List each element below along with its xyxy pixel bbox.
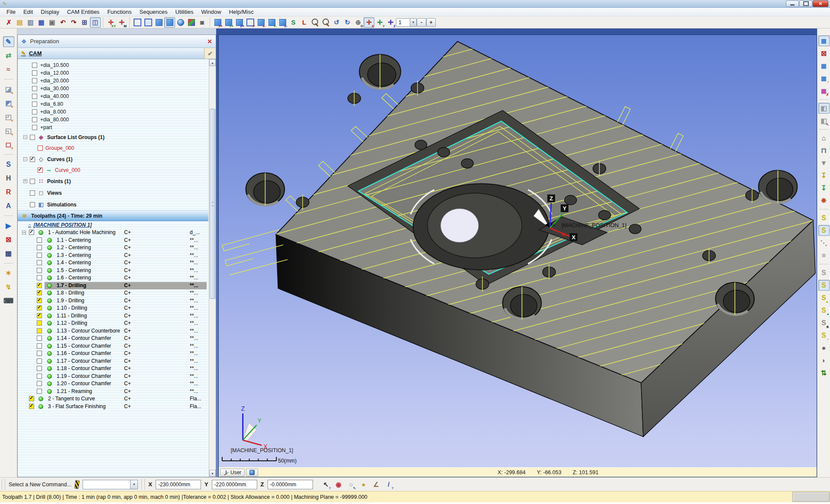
toolpath-row[interactable]: 1.12 - DrillingC+**... [18, 320, 208, 327]
rotate-axis-icon[interactable]: ↻ [342, 17, 353, 28]
checkbox[interactable] [37, 389, 42, 394]
toolpath-row[interactable]: 1.3 - CenteringC+**... [18, 252, 208, 260]
tree-group[interactable]: −◇Curves (1) [18, 153, 208, 165]
machine-display-icon[interactable]: ⌂ [818, 133, 830, 143]
menu-display[interactable]: Display [37, 8, 63, 16]
toolpath-row[interactable]: 1.21 - ReamingC+**... [18, 388, 208, 396]
tool-display-icon[interactable]: ↧ [818, 170, 830, 181]
tree-item[interactable]: +dia_20.000 [18, 77, 208, 85]
palette-icon[interactable]: ● [358, 479, 369, 490]
geometry-curve-icon[interactable]: ≈ [3, 64, 14, 75]
checkbox[interactable] [30, 190, 35, 196]
viewport-3d[interactable]: Z Y X [MACHINE_POSITION_1] [219, 35, 817, 467]
toolpath-row[interactable]: 2 - Tangent to CurveC+Fla... [18, 395, 208, 403]
expander-icon[interactable]: − [23, 135, 27, 139]
toolpath-play-icon[interactable]: ▶ [3, 220, 14, 231]
panel-titlebar[interactable]: ❖ Preparation ✕ [18, 35, 216, 48]
surface-list-icon[interactable]: S [3, 159, 14, 170]
machine-position-row[interactable]: ⌂ [MACHINE POSITION 1] [18, 221, 208, 229]
import-icon[interactable]: ▥ [25, 17, 36, 28]
checkbox[interactable] [37, 343, 42, 349]
toolpath-row[interactable]: 1.15 - Contour ChamferC+**... [18, 342, 208, 350]
checkbox[interactable] [37, 238, 42, 243]
checkbox[interactable] [32, 78, 37, 83]
checkbox[interactable] [37, 253, 42, 258]
material-removal-icon[interactable]: ● [818, 342, 830, 353]
toolpath-row[interactable]: 1.6 - CenteringC+**... [18, 274, 208, 282]
checkbox[interactable] [32, 94, 37, 99]
menu-window[interactable]: Window [197, 8, 225, 16]
cam-apply-button[interactable]: ✔ [204, 48, 216, 59]
menu-cam-entities[interactable]: CAM Entities [63, 8, 103, 16]
view-y-minus-icon[interactable]: Y- [266, 17, 277, 28]
view-cube-button[interactable] [246, 469, 258, 476]
x-coordinate-field[interactable] [156, 480, 201, 489]
hole-machining-icon[interactable]: H [3, 173, 14, 184]
tree-item[interactable]: +dia_12.000 [18, 69, 208, 77]
toolpath-select-icon[interactable]: S [818, 280, 830, 291]
checkbox[interactable] [32, 125, 37, 130]
expander-icon[interactable]: + [23, 179, 27, 183]
view-x-plus-icon[interactable]: X+ [212, 17, 223, 28]
command-dropdown[interactable]: ▼ [83, 480, 138, 489]
tree-item[interactable]: +dia_40.000 [18, 92, 208, 100]
undo-icon[interactable]: ↶ [57, 17, 68, 28]
view-y-plus-icon[interactable]: Y+ [223, 17, 234, 28]
checkbox[interactable] [37, 313, 42, 318]
toolbar-grip[interactable] [2, 479, 5, 490]
restore-button[interactable] [799, 0, 812, 7]
checkbox[interactable] [37, 351, 42, 356]
view-z-plus-icon[interactable]: Z+ [234, 17, 245, 28]
menu-sequences[interactable]: Sequences [136, 8, 172, 16]
toolpath-list-icon[interactable]: ▦ [3, 248, 14, 259]
close-button[interactable]: ✕ [813, 0, 828, 7]
scrollbar-thumb[interactable] [210, 109, 215, 299]
toolpath-hand-icon[interactable]: S◆ [818, 317, 830, 328]
minimize-button[interactable] [786, 0, 799, 7]
view-z-minus-icon[interactable]: Z- [277, 17, 288, 28]
panel-close-icon[interactable]: ✕ [207, 38, 212, 45]
checkbox[interactable] [32, 63, 37, 68]
checkbox[interactable] [30, 157, 35, 162]
axes-xy-icon[interactable]: ✛XY [105, 17, 116, 28]
toolpath-row[interactable]: 1.4 - CenteringC+**... [18, 259, 208, 267]
tree-group[interactable]: ◻Views [18, 187, 208, 199]
checkbox[interactable] [32, 101, 37, 107]
checkbox[interactable] [37, 336, 42, 341]
checkbox[interactable] [37, 381, 42, 386]
snapshot-icon[interactable]: ◙ [197, 17, 208, 28]
hatch-display-icon[interactable]: ≡ [818, 250, 830, 261]
redo-icon[interactable]: ↷ [68, 17, 79, 28]
expander-icon[interactable]: − [22, 231, 26, 235]
surfaces-definition-icon[interactable]: ◰✶ [3, 111, 14, 122]
save-icon[interactable]: ▦ [36, 17, 47, 28]
toolpath-row[interactable]: 1.8 - DrillingC+**... [18, 289, 208, 297]
toolpath-points-icon[interactable]: ⋱ [818, 238, 830, 248]
cube-help-icon[interactable]: ◼? [818, 73, 830, 84]
toolpath-row[interactable]: 1.19 - Contour ChamferC+**... [18, 373, 208, 380]
toolpath-row[interactable]: 1.17 - Contour ChamferC+**... [18, 358, 208, 365]
view-shaded-icon[interactable] [164, 17, 175, 28]
menu-help-misc[interactable]: Help/Misc [225, 8, 258, 16]
delete-document-icon[interactable]: ✗ [3, 17, 14, 28]
tool-holder-icon[interactable]: ✸ [818, 195, 830, 206]
panel-toggle-icon[interactable]: ◫ [90, 17, 101, 28]
toolpath-row[interactable]: 1.1 - CenteringC+**... [18, 237, 208, 244]
checkbox[interactable] [37, 290, 42, 295]
grid-icon[interactable]: ⊞ [79, 17, 90, 28]
scroll-down-icon[interactable]: ▼ [209, 470, 216, 477]
window-s-icon[interactable]: S [288, 17, 299, 28]
checkbox[interactable] [30, 135, 35, 140]
checkbox[interactable] [37, 298, 42, 303]
view-wireframe-icon[interactable] [132, 17, 143, 28]
toolpath-row[interactable]: 1.10 - DrillingC+**... [18, 304, 208, 312]
scroll-up-icon[interactable]: ▲ [209, 59, 216, 66]
checkbox[interactable] [29, 404, 34, 409]
points-definition-icon[interactable]: ◱✶ [3, 125, 14, 136]
toolpath-row[interactable]: 1.14 - Contour ChamferC+**... [18, 335, 208, 342]
zoom-window-icon[interactable] [320, 17, 331, 28]
toolpath-show-all-icon[interactable]: S [818, 225, 830, 236]
checkbox[interactable] [37, 275, 42, 280]
tool-axis-z-icon[interactable]: ✛Z [385, 17, 396, 28]
toolpath-gray-icon[interactable]: S [818, 267, 830, 278]
